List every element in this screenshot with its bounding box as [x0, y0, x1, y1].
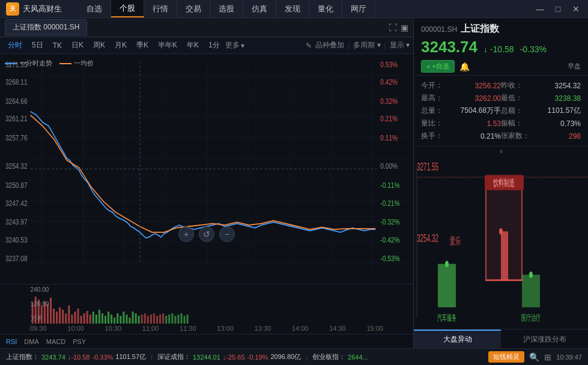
jingxuan-button[interactable]: 短线精灵 [488, 351, 524, 363]
index1-price[interactable]: 3243.74 [41, 354, 65, 361]
svg-text:-0.53%: -0.53% [380, 255, 399, 262]
index3-price[interactable]: 2644... [348, 354, 368, 361]
status-time: 10:39:47 [556, 354, 582, 361]
app-title: 天风高财生 [23, 4, 62, 14]
period-rik[interactable]: 日K [67, 39, 88, 52]
nav-item-hangqing[interactable]: 行情 [144, 0, 177, 17]
logo-area: 天 天风高财生 [0, 2, 78, 16]
svg-rect-78 [187, 315, 189, 324]
svg-text:0.21%: 0.21% [380, 115, 398, 123]
svg-point-98 [445, 261, 449, 267]
display-btn[interactable]: 显示 ▾ [390, 40, 410, 50]
close-button[interactable]: ✕ [567, 0, 585, 18]
svg-rect-55 [117, 313, 118, 324]
x-label-0930: 09:30 [30, 325, 47, 332]
svg-rect-45 [86, 311, 88, 324]
maximize-button[interactable]: □ [549, 0, 567, 18]
x-label-1430: 14:30 [329, 325, 346, 332]
x-label-1300: 13:00 [217, 325, 234, 332]
search-icon[interactable]: 🔍 [529, 352, 539, 362]
amplitude-value: 0.73% [560, 119, 581, 128]
chart-panel: 上证指数 000001.SH ⛶ ▣ 分时 5日 TK 日K 周K 月K 季K … [0, 18, 414, 348]
x-label-1030: 10:30 [105, 325, 122, 332]
nav-item-zixuan[interactable]: 自选 [78, 0, 111, 17]
layout-icon[interactable]: ▣ [401, 23, 408, 32]
nav-item-faxian[interactable]: 发现 [276, 0, 309, 17]
svg-text:饮料制造: 饮料制造 [493, 177, 515, 189]
period-5day[interactable]: 5日 [28, 39, 47, 52]
alert-bell-icon[interactable]: 🔔 [459, 62, 470, 71]
stock-tab[interactable]: 上证指数 000001.SH [5, 19, 87, 35]
nav-item-wangting[interactable]: 网厅 [342, 0, 375, 17]
indicator-rsi[interactable]: RSI [6, 338, 17, 345]
stock-name: 上证指数 [461, 23, 499, 35]
nav-item-fangzhen[interactable]: 仿真 [243, 0, 276, 17]
index2-price[interactable]: 13244.01 [193, 354, 220, 361]
stock-change: ↓ -10.58 [483, 44, 514, 54]
svg-rect-49 [99, 310, 100, 324]
svg-text:-0.32%: -0.32% [380, 218, 399, 226]
nav-item-xuangu[interactable]: 选股 [210, 0, 243, 17]
svg-rect-67 [153, 313, 155, 324]
period-fenshi[interactable]: 分时 [4, 39, 26, 52]
index2-change: ↓-25.65 [223, 354, 245, 361]
svg-text:0.42%: 0.42% [380, 79, 398, 86]
market-tabs: 大盘异动 沪深涨跌分布 [414, 329, 588, 348]
svg-rect-71 [165, 316, 167, 324]
svg-rect-93 [522, 275, 540, 307]
svg-rect-37 [62, 310, 64, 324]
period-1min[interactable]: 1分 [204, 39, 224, 52]
nav-item-lianghua[interactable]: 量化 [309, 0, 342, 17]
svg-rect-54 [114, 318, 115, 324]
data-vol-ratio: 量比： 1.53 [421, 118, 501, 128]
svg-text:3261.21: 3261.21 [5, 115, 28, 123]
period-zhouk[interactable]: 周K [89, 39, 109, 52]
chart-area: 一分时走势 一均价 3271.55 [0, 54, 413, 284]
svg-rect-61 [135, 313, 137, 324]
svg-rect-33 [50, 298, 52, 324]
svg-rect-40 [71, 315, 73, 324]
period-banyeark[interactable]: 半年K [154, 39, 181, 52]
nav-item-gegu[interactable]: 个股 [111, 0, 144, 17]
tab-rise-fall-dist[interactable]: 沪深涨跌分布 [501, 330, 588, 348]
multi-period-btn[interactable]: 多周期 ▾ [353, 40, 380, 50]
title-bar: 天 天风高财生 自选 个股 行情 交易 选股 仿真 发现 量化 网厅 [0, 0, 588, 18]
svg-rect-39 [68, 306, 70, 324]
data-amplitude: 振幅： 0.73% [501, 118, 581, 128]
svg-text:0.32%: 0.32% [380, 97, 398, 105]
svg-text:0.53%: 0.53% [380, 61, 398, 68]
grid-icon[interactable]: ⊞ [544, 352, 551, 362]
nav-item-jiaoyi[interactable]: 交易 [177, 0, 210, 17]
tab-market-anomaly[interactable]: 大盘异动 [414, 330, 501, 348]
index3-label: 创业板指： [312, 352, 345, 361]
prev-close-value: 3254.32 [555, 82, 581, 90]
indicator-macd[interactable]: MACD [46, 338, 65, 345]
status-right-area: 短线精灵 🔍 ⊞ 10:39:47 [488, 351, 582, 363]
minimize-button[interactable]: — [531, 0, 549, 18]
zoom-out-btn[interactable]: − [219, 226, 235, 242]
zoom-in-btn[interactable]: + [178, 226, 194, 242]
svg-rect-64 [144, 313, 146, 324]
period-more[interactable]: 更多 ▾ [225, 40, 244, 50]
period-yuek[interactable]: 月K [111, 39, 131, 52]
add-watchlist-button[interactable]: + +自选 [421, 60, 455, 73]
indicator-dma[interactable]: DMA [24, 338, 38, 345]
index1-label: 上证指数： [6, 352, 39, 361]
period-jik[interactable]: 季K [132, 39, 153, 52]
high-value: 3262.00 [475, 94, 501, 103]
refresh-btn[interactable]: ↺ [199, 226, 214, 242]
stock-price-row: 3243.74 ↓ -10.58 -0.33% [421, 38, 581, 56]
period-tk[interactable]: TK [49, 40, 66, 51]
indicator-psy[interactable]: PSY [73, 338, 86, 345]
svg-text:120.00: 120.00 [31, 301, 49, 307]
period-yeark[interactable]: 年K [183, 39, 203, 52]
stock-price: 3243.74 [421, 38, 477, 56]
stock-change-pct: -0.33% [520, 44, 547, 54]
svg-rect-56 [120, 316, 121, 324]
data-amount: 总额： 1101.57亿 [501, 106, 581, 116]
svg-text:万手: 万手 [31, 315, 43, 322]
species-overlay-btn[interactable]: 品种叠加 [315, 40, 344, 50]
fullscreen-icon[interactable]: ⛶ [389, 23, 397, 32]
svg-rect-72 [168, 315, 170, 324]
expand-data-button[interactable]: ∨ [414, 146, 588, 155]
